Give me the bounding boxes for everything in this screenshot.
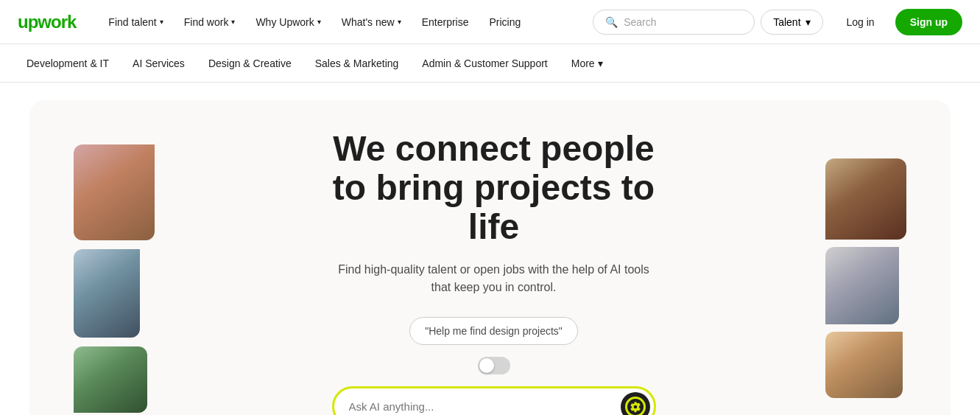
chevron-down-icon: ▾ bbox=[398, 18, 401, 26]
person-photo-6 bbox=[825, 332, 903, 398]
hero-title: We connect people to bring projects to l… bbox=[332, 130, 656, 246]
chevron-down-icon: ▾ bbox=[598, 57, 603, 69]
hero-content: We connect people to bring projects to l… bbox=[303, 130, 685, 415]
cat-development[interactable]: Development & IT bbox=[18, 53, 118, 74]
suggestion-chip[interactable]: "Help me find design projects" bbox=[409, 317, 578, 345]
ai-toggle[interactable] bbox=[478, 357, 510, 374]
hero-photos-right bbox=[825, 158, 906, 398]
cat-sales[interactable]: Sales & Marketing bbox=[306, 53, 408, 74]
person-photo-2 bbox=[74, 249, 140, 338]
hero-subtitle: Find high-quality talent or open jobs wi… bbox=[332, 261, 656, 296]
chevron-down-icon: ▾ bbox=[160, 18, 163, 26]
person-photo-5 bbox=[825, 247, 899, 324]
toggle-row bbox=[332, 357, 656, 374]
ai-search-input[interactable] bbox=[332, 386, 656, 415]
search-icon: 🔍 bbox=[605, 16, 618, 28]
signup-button[interactable]: Sign up bbox=[895, 9, 962, 35]
nav-whats-new[interactable]: What's new ▾ bbox=[333, 10, 410, 34]
category-nav: Development & IT AI Services Design & Cr… bbox=[0, 44, 980, 83]
nav-find-work[interactable]: Find work ▾ bbox=[175, 10, 244, 34]
gear-icon bbox=[630, 401, 641, 413]
toggle-knob bbox=[479, 358, 494, 373]
cat-design[interactable]: Design & Creative bbox=[200, 53, 300, 74]
cat-admin[interactable]: Admin & Customer Support bbox=[413, 53, 556, 74]
chevron-down-icon: ▾ bbox=[805, 16, 811, 28]
nav-pricing[interactable]: Pricing bbox=[481, 10, 530, 34]
nav-links: Find talent ▾ Find work ▾ Why Upwork ▾ W… bbox=[99, 10, 593, 34]
talent-selector[interactable]: Talent ▾ bbox=[761, 10, 822, 35]
person-photo-3 bbox=[74, 346, 147, 413]
ai-submit-button[interactable] bbox=[621, 392, 650, 415]
cat-ai-services[interactable]: AI Services bbox=[124, 53, 194, 74]
upwork-logo[interactable]: upwork bbox=[18, 12, 76, 32]
top-nav: upwork Find talent ▾ Find work ▾ Why Upw… bbox=[0, 0, 980, 44]
chevron-down-icon: ▾ bbox=[231, 18, 235, 26]
nav-why-upwork[interactable]: Why Upwork ▾ bbox=[247, 10, 329, 34]
chevron-down-icon: ▾ bbox=[317, 18, 321, 26]
person-photo-1 bbox=[74, 144, 155, 240]
cat-more[interactable]: More ▾ bbox=[563, 53, 612, 74]
login-button[interactable]: Log in bbox=[835, 10, 886, 34]
gear-icon-wrapper bbox=[625, 397, 646, 415]
nav-enterprise[interactable]: Enterprise bbox=[413, 10, 478, 34]
person-photo-4 bbox=[825, 158, 906, 240]
nav-right: Log in Sign up bbox=[835, 9, 962, 35]
ai-input-wrap bbox=[332, 386, 656, 415]
hero-photos-left bbox=[74, 144, 162, 413]
search-bar[interactable]: 🔍 Search bbox=[593, 10, 755, 35]
nav-find-talent[interactable]: Find talent ▾ bbox=[99, 10, 172, 34]
hero-section: We connect people to bring projects to l… bbox=[0, 100, 980, 415]
